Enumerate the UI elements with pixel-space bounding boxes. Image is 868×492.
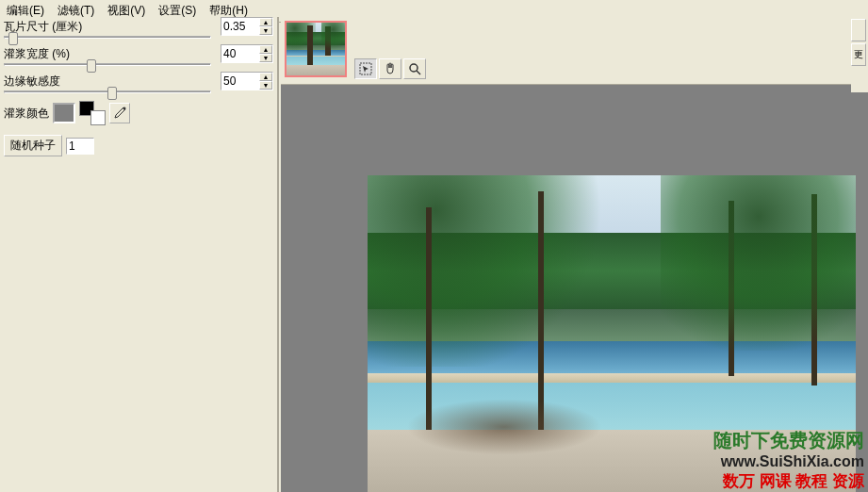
preview-thumbnail[interactable] [285,21,347,77]
tile-size-label: 瓦片尺寸 (厘米) [4,19,117,35]
fg-bg-swatch[interactable] [79,101,106,125]
spin-up-icon[interactable]: ▲ [259,18,272,26]
eyedropper-button[interactable] [109,103,130,123]
pointer-tool-button[interactable] [354,58,377,79]
right-button-2[interactable]: 更 [851,43,866,66]
thumbnail-strip [281,17,868,85]
grout-width-slider[interactable] [4,63,211,66]
preview-area [281,17,868,492]
grout-color-label: 灌浆颜色 [4,106,49,122]
eyedropper-icon [113,107,126,120]
tile-size-slider[interactable] [4,36,211,39]
spin-down-icon[interactable]: ▼ [259,54,272,62]
slider-thumb[interactable] [107,87,117,100]
grout-color-swatch[interactable] [53,103,75,123]
right-sidebar: 更 [851,17,868,92]
spin-up-icon[interactable]: ▲ [259,45,272,54]
right-button-1[interactable] [851,19,866,41]
controls-panel: 瓦片尺寸 (厘米) ▲ ▼ 灌浆宽度 (%) ▲ ▼ 边缘敏感度 [0,17,279,492]
grout-width-label: 灌浆宽度 (%) [4,46,117,62]
view-tools [354,58,426,79]
zoom-tool-button[interactable] [403,58,426,79]
background-color-swatch[interactable] [90,110,106,125]
tile-size-input[interactable] [221,18,259,35]
edge-sensitivity-label: 边缘敏感度 [4,74,117,90]
svg-line-3 [417,71,420,74]
magnifier-icon [408,62,421,75]
edge-sensitivity-spinner[interactable]: ▲ ▼ [221,72,273,90]
spin-up-icon[interactable]: ▲ [259,73,272,81]
svg-point-0 [123,107,126,110]
slider-thumb[interactable] [87,59,96,73]
hand-tool-button[interactable] [379,58,401,79]
seed-input[interactable] [66,138,94,155]
spin-down-icon[interactable]: ▼ [259,26,272,35]
svg-point-2 [410,64,418,72]
tile-size-spinner[interactable]: ▲ ▼ [221,17,273,36]
edge-sensitivity-slider[interactable] [4,90,211,93]
spin-down-icon[interactable]: ▼ [259,81,272,90]
grout-width-input[interactable] [221,45,259,62]
edge-sensitivity-input[interactable] [221,73,259,90]
canvas-preview[interactable] [368,175,856,492]
pointer-icon [359,62,372,75]
grout-width-spinner[interactable]: ▲ ▼ [221,44,273,63]
preview-image [368,175,856,492]
slider-thumb[interactable] [8,32,18,45]
random-seed-button[interactable]: 随机种子 [4,135,62,156]
hand-icon [384,62,397,75]
